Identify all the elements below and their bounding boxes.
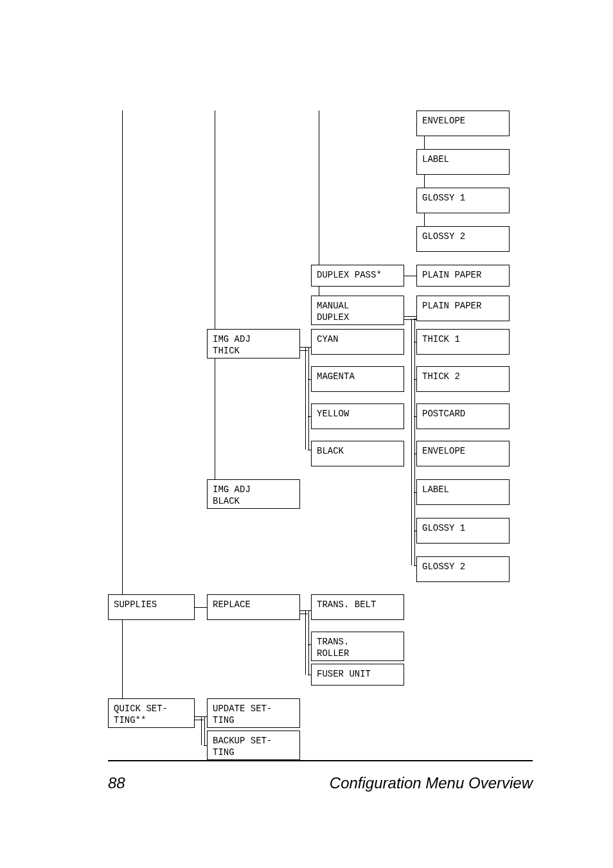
connector-line (319, 111, 319, 265)
connector-line (204, 745, 207, 746)
menu-item-label: BLACK (317, 446, 344, 456)
connector-line (308, 347, 311, 348)
connector-line (414, 416, 416, 417)
menu-item-label: REPLACE (213, 599, 251, 610)
menu-item-plain-paper-1: PLAIN PAPER (416, 265, 510, 287)
menu-item-supplies: SUPPLIES (108, 594, 195, 620)
footer-divider (108, 760, 533, 761)
menu-item-label: IMG ADJ THICK (213, 334, 251, 356)
connector-double (201, 716, 205, 745)
menu-item-img-adj-thick: IMG ADJ THICK (207, 329, 300, 359)
menu-item-label: TRANS. ROLLER (317, 637, 349, 659)
menu-item-label: IMG ADJ BLACK (213, 484, 251, 506)
connector-double (305, 610, 309, 675)
menu-item-glossy2: GLOSSY 2 (416, 226, 510, 252)
connector-line (308, 379, 311, 380)
menu-item-img-adj-black: IMG ADJ BLACK (207, 479, 300, 509)
page-number: 88 (108, 774, 125, 792)
menu-item-duplex-pass: DUPLEX PASS* (311, 265, 404, 287)
connector-line (424, 136, 425, 149)
menu-item-black: BLACK (311, 441, 404, 466)
menu-item-magenta: MAGENTA (311, 366, 404, 392)
menu-item-yellow: YELLOW (311, 403, 404, 429)
menu-item-trans-belt: TRANS. BELT (311, 594, 404, 620)
menu-item-trans-roller: TRANS. ROLLER (311, 632, 404, 661)
menu-item-glossy1: GLOSSY 1 (416, 188, 510, 213)
menu-item-label: CYAN (317, 334, 339, 344)
connector-line (414, 379, 416, 380)
menu-item-backup-setting: BACKUP SET- TING (207, 731, 300, 760)
menu-item-plain-paper-2: PLAIN PAPER (416, 296, 510, 321)
menu-item-label: GLOSSY 2 (422, 231, 465, 242)
menu-item-quick-setting: QUICK SET- TING** (108, 698, 195, 728)
menu-item-fuser-unit: FUSER UNIT (311, 664, 404, 686)
connector-line (414, 454, 416, 454)
menu-item-label: DUPLEX PASS* (317, 270, 382, 280)
menu-item-label: ENVELOPE (422, 446, 465, 456)
menu-item-label: LABEL (422, 154, 449, 164)
menu-item-label: POSTCARD (422, 409, 465, 419)
menu-item-label: LABEL (422, 484, 449, 495)
connector-line (308, 450, 311, 450)
connector-line (414, 319, 416, 319)
connector-line (204, 716, 207, 717)
connector-line (122, 620, 123, 698)
menu-item-label: THICK 2 (422, 371, 460, 382)
connector-double (411, 319, 415, 565)
menu-item-label: SUPPLIES (114, 599, 157, 610)
connector-line (215, 111, 215, 329)
menu-item-label-paper: LABEL (416, 149, 510, 175)
connector-line (308, 644, 311, 645)
menu-item-cyan: CYAN (311, 329, 404, 355)
connector-line (308, 675, 311, 675)
menu-item-manual-duplex: MANUAL DUPLEX (311, 296, 404, 325)
menu-item-envelope: ENVELOPE (416, 111, 510, 136)
connector-line (414, 565, 416, 566)
connector-line (404, 276, 416, 276)
connector-line (414, 531, 416, 531)
footer-title: Configuration Menu Overview (330, 774, 533, 792)
menu-item-label-2: LABEL (416, 479, 510, 505)
menu-item-label: GLOSSY 2 (422, 562, 465, 572)
connector-line (308, 610, 311, 611)
menu-item-label: FUSER UNIT (317, 669, 371, 679)
menu-item-label: GLOSSY 1 (422, 193, 465, 203)
connector-line (414, 342, 416, 342)
menu-item-label: MANUAL DUPLEX (317, 301, 349, 323)
connector-line (215, 359, 215, 479)
menu-item-label: PLAIN PAPER (422, 301, 481, 311)
menu-item-glossy2b: GLOSSY 2 (416, 556, 510, 582)
connector-line (308, 416, 311, 417)
connector-line (424, 175, 425, 188)
menu-item-label: QUICK SET- TING** (114, 704, 168, 725)
connector-double (305, 347, 309, 450)
connector-line (122, 111, 123, 594)
menu-item-label: TRANS. BELT (317, 599, 376, 610)
connector-line (319, 287, 319, 296)
menu-item-label: THICK 1 (422, 334, 460, 344)
menu-item-replace: REPLACE (207, 594, 300, 620)
menu-item-label: GLOSSY 1 (422, 523, 465, 533)
connector-line (195, 607, 207, 608)
menu-item-postcard: POSTCARD (416, 403, 510, 429)
menu-item-update-setting: UPDATE SET- TING (207, 698, 300, 728)
menu-item-envelope-2: ENVELOPE (416, 441, 510, 466)
menu-item-glossy1b: GLOSSY 1 (416, 518, 510, 544)
menu-item-label: MAGENTA (317, 371, 355, 382)
menu-item-label: YELLOW (317, 409, 349, 419)
menu-item-thick2: THICK 2 (416, 366, 510, 392)
connector-line (414, 492, 416, 493)
menu-item-label: ENVELOPE (422, 116, 465, 126)
connector-line (424, 213, 425, 226)
menu-item-label: BACKUP SET- TING (213, 736, 272, 757)
menu-item-label: UPDATE SET- TING (213, 704, 272, 725)
menu-item-label: PLAIN PAPER (422, 270, 481, 280)
menu-item-thick1: THICK 1 (416, 329, 510, 355)
